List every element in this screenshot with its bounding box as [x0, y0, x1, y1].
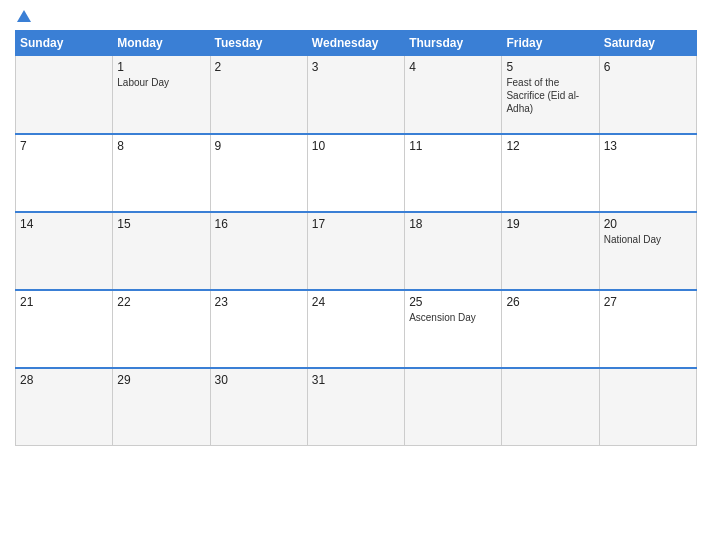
day-number: 29 [117, 373, 205, 387]
col-header-friday: Friday [502, 31, 599, 56]
day-number: 28 [20, 373, 108, 387]
calendar-cell: 25Ascension Day [405, 290, 502, 368]
day-number: 30 [215, 373, 303, 387]
day-number: 15 [117, 217, 205, 231]
col-header-thursday: Thursday [405, 31, 502, 56]
calendar-cell: 14 [16, 212, 113, 290]
week-row: 14151617181920National Day [16, 212, 697, 290]
calendar-cell: 22 [113, 290, 210, 368]
col-header-monday: Monday [113, 31, 210, 56]
day-number: 8 [117, 139, 205, 153]
calendar-cell: 26 [502, 290, 599, 368]
calendar-cell: 30 [210, 368, 307, 446]
calendar-cell: 7 [16, 134, 113, 212]
logo-triangle-icon [17, 10, 31, 22]
day-number: 1 [117, 60, 205, 74]
day-number: 9 [215, 139, 303, 153]
day-number: 24 [312, 295, 400, 309]
week-row: 78910111213 [16, 134, 697, 212]
calendar-cell: 27 [599, 290, 696, 368]
day-number: 11 [409, 139, 497, 153]
calendar-cell: 16 [210, 212, 307, 290]
col-header-wednesday: Wednesday [307, 31, 404, 56]
day-number: 10 [312, 139, 400, 153]
calendar-cell: 15 [113, 212, 210, 290]
day-number: 7 [20, 139, 108, 153]
day-number: 4 [409, 60, 497, 74]
calendar-cell: 19 [502, 212, 599, 290]
week-row: 1Labour Day2345Feast of the Sacrifice (E… [16, 56, 697, 134]
calendar-cell: 10 [307, 134, 404, 212]
day-number: 5 [506, 60, 594, 74]
calendar-cell: 6 [599, 56, 696, 134]
col-header-saturday: Saturday [599, 31, 696, 56]
day-number: 21 [20, 295, 108, 309]
calendar-table: SundayMondayTuesdayWednesdayThursdayFrid… [15, 30, 697, 446]
calendar-cell: 17 [307, 212, 404, 290]
calendar-cell: 31 [307, 368, 404, 446]
week-row: 28293031 [16, 368, 697, 446]
col-header-tuesday: Tuesday [210, 31, 307, 56]
calendar-cell: 2 [210, 56, 307, 134]
page: SundayMondayTuesdayWednesdayThursdayFrid… [0, 0, 712, 550]
col-header-sunday: Sunday [16, 31, 113, 56]
day-number: 6 [604, 60, 692, 74]
calendar-cell: 3 [307, 56, 404, 134]
calendar-cell: 28 [16, 368, 113, 446]
logo [15, 10, 31, 22]
day-number: 2 [215, 60, 303, 74]
holiday-label: National Day [604, 233, 692, 246]
calendar-cell: 12 [502, 134, 599, 212]
day-number: 14 [20, 217, 108, 231]
calendar-cell: 29 [113, 368, 210, 446]
day-number: 31 [312, 373, 400, 387]
calendar-cell: 24 [307, 290, 404, 368]
day-number: 19 [506, 217, 594, 231]
day-number: 16 [215, 217, 303, 231]
calendar-cell: 8 [113, 134, 210, 212]
day-number: 20 [604, 217, 692, 231]
day-number: 18 [409, 217, 497, 231]
day-number: 22 [117, 295, 205, 309]
day-number: 17 [312, 217, 400, 231]
day-number: 12 [506, 139, 594, 153]
calendar-cell [502, 368, 599, 446]
week-row: 2122232425Ascension Day2627 [16, 290, 697, 368]
calendar-cell: 11 [405, 134, 502, 212]
holiday-label: Feast of the Sacrifice (Eid al-Adha) [506, 76, 594, 115]
holiday-label: Labour Day [117, 76, 205, 89]
calendar-cell [16, 56, 113, 134]
calendar-cell: 5Feast of the Sacrifice (Eid al-Adha) [502, 56, 599, 134]
day-number: 23 [215, 295, 303, 309]
calendar-cell: 20National Day [599, 212, 696, 290]
day-number: 25 [409, 295, 497, 309]
day-number: 27 [604, 295, 692, 309]
calendar-cell: 4 [405, 56, 502, 134]
holiday-label: Ascension Day [409, 311, 497, 324]
calendar-cell: 9 [210, 134, 307, 212]
day-number: 26 [506, 295, 594, 309]
calendar-cell: 18 [405, 212, 502, 290]
calendar-cell: 1Labour Day [113, 56, 210, 134]
day-number: 13 [604, 139, 692, 153]
calendar-cell: 23 [210, 290, 307, 368]
calendar-cell [599, 368, 696, 446]
calendar-cell [405, 368, 502, 446]
calendar-cell: 13 [599, 134, 696, 212]
header [15, 10, 697, 22]
day-number: 3 [312, 60, 400, 74]
header-row: SundayMondayTuesdayWednesdayThursdayFrid… [16, 31, 697, 56]
calendar-cell: 21 [16, 290, 113, 368]
